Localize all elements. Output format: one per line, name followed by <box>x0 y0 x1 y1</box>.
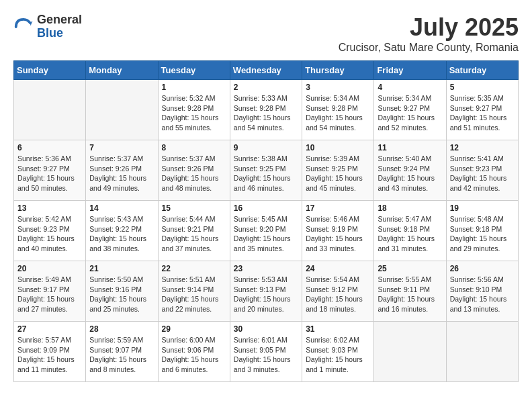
calendar-cell: 26Sunrise: 5:56 AMSunset: 9:10 PMDayligh… <box>446 261 518 322</box>
day-number: 6 <box>17 143 82 152</box>
day-info: Sunrise: 5:56 AMSunset: 9:10 PMDaylight:… <box>450 275 515 314</box>
logo-blue: Blue <box>37 27 82 40</box>
day-info: Sunrise: 5:47 AMSunset: 9:18 PMDaylight:… <box>378 214 442 254</box>
calendar-cell: 12Sunrise: 5:41 AMSunset: 9:23 PMDayligh… <box>446 140 518 201</box>
calendar-cell: 8Sunrise: 5:37 AMSunset: 9:26 PMDaylight… <box>158 140 230 201</box>
location: Crucisor, Satu Mare County, Romania <box>339 42 519 54</box>
day-info: Sunrise: 5:37 AMSunset: 9:26 PMDaylight:… <box>89 154 154 193</box>
day-number: 8 <box>162 143 226 152</box>
day-number: 30 <box>234 324 298 334</box>
calendar-cell: 7Sunrise: 5:37 AMSunset: 9:26 PMDaylight… <box>86 140 158 201</box>
day-info: Sunrise: 5:45 AMSunset: 9:20 PMDaylight:… <box>234 214 298 254</box>
day-info: Sunrise: 5:59 AMSunset: 9:07 PMDaylight:… <box>89 335 154 375</box>
week-row: 1Sunrise: 5:32 AMSunset: 9:28 PMDaylight… <box>14 80 519 140</box>
week-row: 20Sunrise: 5:49 AMSunset: 9:17 PMDayligh… <box>14 261 519 322</box>
day-info: Sunrise: 5:51 AMSunset: 9:14 PMDaylight:… <box>162 275 226 314</box>
day-number: 14 <box>89 203 154 213</box>
week-row: 6Sunrise: 5:36 AMSunset: 9:27 PMDaylight… <box>14 140 519 201</box>
calendar-cell: 11Sunrise: 5:40 AMSunset: 9:24 PMDayligh… <box>374 140 446 201</box>
page-header: General Blue July 2025 Crucisor, Satu Ma… <box>13 13 519 54</box>
day-info: Sunrise: 5:46 AMSunset: 9:19 PMDaylight:… <box>306 214 370 254</box>
calendar-cell: 18Sunrise: 5:47 AMSunset: 9:18 PMDayligh… <box>374 201 446 261</box>
title-block: July 2025 Crucisor, Satu Mare County, Ro… <box>339 13 519 54</box>
calendar-cell: 28Sunrise: 5:59 AMSunset: 9:07 PMDayligh… <box>86 322 158 382</box>
day-number: 18 <box>378 203 442 213</box>
day-number: 4 <box>378 83 442 92</box>
day-number: 22 <box>162 264 226 273</box>
weekday-header: Monday <box>86 61 158 80</box>
day-number: 13 <box>17 203 82 213</box>
day-info: Sunrise: 5:37 AMSunset: 9:26 PMDaylight:… <box>162 154 226 193</box>
day-number: 25 <box>378 264 442 273</box>
logo: General Blue <box>13 13 82 40</box>
day-number: 19 <box>450 203 515 213</box>
day-number: 17 <box>306 203 370 213</box>
day-number: 10 <box>306 143 370 152</box>
day-info: Sunrise: 5:39 AMSunset: 9:25 PMDaylight:… <box>306 154 370 193</box>
calendar-cell: 20Sunrise: 5:49 AMSunset: 9:17 PMDayligh… <box>14 261 86 322</box>
calendar-cell <box>14 80 86 140</box>
logo-text: General Blue <box>37 13 82 40</box>
weekday-header: Tuesday <box>158 61 230 80</box>
calendar-cell: 21Sunrise: 5:50 AMSunset: 9:16 PMDayligh… <box>86 261 158 322</box>
calendar-cell: 25Sunrise: 5:55 AMSunset: 9:11 PMDayligh… <box>374 261 446 322</box>
calendar-cell: 22Sunrise: 5:51 AMSunset: 9:14 PMDayligh… <box>158 261 230 322</box>
day-number: 24 <box>306 264 370 273</box>
calendar-cell: 1Sunrise: 5:32 AMSunset: 9:28 PMDaylight… <box>158 80 230 140</box>
calendar-cell: 30Sunrise: 6:01 AMSunset: 9:05 PMDayligh… <box>230 322 302 382</box>
calendar-cell: 2Sunrise: 5:33 AMSunset: 9:28 PMDaylight… <box>230 80 302 140</box>
calendar-cell: 9Sunrise: 5:38 AMSunset: 9:25 PMDaylight… <box>230 140 302 201</box>
calendar-cell: 5Sunrise: 5:35 AMSunset: 9:27 PMDaylight… <box>446 80 518 140</box>
logo-icon <box>13 17 34 37</box>
day-info: Sunrise: 5:41 AMSunset: 9:23 PMDaylight:… <box>450 154 515 193</box>
weekday-header: Saturday <box>446 61 518 80</box>
day-number: 27 <box>17 324 82 334</box>
day-info: Sunrise: 5:49 AMSunset: 9:17 PMDaylight:… <box>17 275 82 314</box>
calendar-cell: 24Sunrise: 5:54 AMSunset: 9:12 PMDayligh… <box>302 261 374 322</box>
day-info: Sunrise: 5:44 AMSunset: 9:21 PMDaylight:… <box>162 214 226 254</box>
day-info: Sunrise: 5:48 AMSunset: 9:18 PMDaylight:… <box>450 214 515 254</box>
month-year: July 2025 <box>339 13 519 42</box>
calendar-cell: 3Sunrise: 5:34 AMSunset: 9:28 PMDaylight… <box>302 80 374 140</box>
day-info: Sunrise: 5:35 AMSunset: 9:27 PMDaylight:… <box>450 93 515 133</box>
week-row: 27Sunrise: 5:57 AMSunset: 9:09 PMDayligh… <box>14 322 519 382</box>
day-info: Sunrise: 5:54 AMSunset: 9:12 PMDaylight:… <box>306 275 370 314</box>
day-number: 26 <box>450 264 515 273</box>
calendar-cell: 19Sunrise: 5:48 AMSunset: 9:18 PMDayligh… <box>446 201 518 261</box>
calendar-cell <box>446 322 518 382</box>
day-number: 23 <box>234 264 298 273</box>
calendar-cell: 13Sunrise: 5:42 AMSunset: 9:23 PMDayligh… <box>14 201 86 261</box>
day-number: 11 <box>378 143 442 152</box>
day-number: 31 <box>306 324 370 334</box>
calendar: SundayMondayTuesdayWednesdayThursdayFrid… <box>13 60 519 382</box>
calendar-cell <box>374 322 446 382</box>
day-number: 1 <box>162 83 226 92</box>
calendar-cell: 27Sunrise: 5:57 AMSunset: 9:09 PMDayligh… <box>14 322 86 382</box>
calendar-cell: 29Sunrise: 6:00 AMSunset: 9:06 PMDayligh… <box>158 322 230 382</box>
calendar-cell: 17Sunrise: 5:46 AMSunset: 9:19 PMDayligh… <box>302 201 374 261</box>
day-number: 16 <box>234 203 298 213</box>
calendar-cell <box>86 80 158 140</box>
calendar-cell: 14Sunrise: 5:43 AMSunset: 9:22 PMDayligh… <box>86 201 158 261</box>
day-number: 15 <box>162 203 226 213</box>
day-number: 20 <box>17 264 82 273</box>
day-info: Sunrise: 5:38 AMSunset: 9:25 PMDaylight:… <box>234 154 298 193</box>
day-info: Sunrise: 5:53 AMSunset: 9:13 PMDaylight:… <box>234 275 298 314</box>
calendar-cell: 4Sunrise: 5:34 AMSunset: 9:27 PMDaylight… <box>374 80 446 140</box>
day-info: Sunrise: 5:57 AMSunset: 9:09 PMDaylight:… <box>17 335 82 375</box>
calendar-cell: 16Sunrise: 5:45 AMSunset: 9:20 PMDayligh… <box>230 201 302 261</box>
calendar-cell: 10Sunrise: 5:39 AMSunset: 9:25 PMDayligh… <box>302 140 374 201</box>
calendar-cell: 31Sunrise: 6:02 AMSunset: 9:03 PMDayligh… <box>302 322 374 382</box>
day-info: Sunrise: 5:33 AMSunset: 9:28 PMDaylight:… <box>234 93 298 133</box>
day-info: Sunrise: 5:32 AMSunset: 9:28 PMDaylight:… <box>162 93 226 133</box>
day-info: Sunrise: 5:42 AMSunset: 9:23 PMDaylight:… <box>17 214 82 254</box>
day-number: 29 <box>162 324 226 334</box>
weekday-header: Wednesday <box>230 61 302 80</box>
day-number: 2 <box>234 83 298 92</box>
day-number: 21 <box>89 264 154 273</box>
week-row: 13Sunrise: 5:42 AMSunset: 9:23 PMDayligh… <box>14 201 519 261</box>
calendar-cell: 6Sunrise: 5:36 AMSunset: 9:27 PMDaylight… <box>14 140 86 201</box>
day-number: 3 <box>306 83 370 92</box>
day-info: Sunrise: 6:02 AMSunset: 9:03 PMDaylight:… <box>306 335 370 375</box>
day-info: Sunrise: 5:43 AMSunset: 9:22 PMDaylight:… <box>89 214 154 254</box>
